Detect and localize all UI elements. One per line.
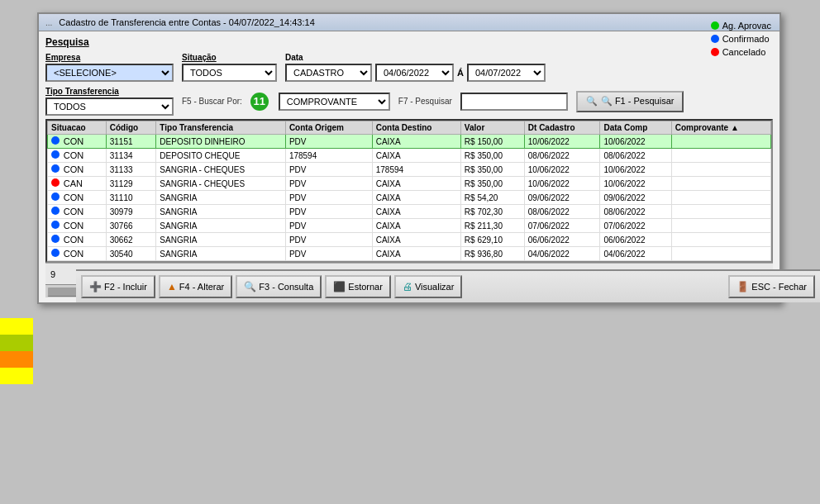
esc-fechar-button[interactable]: 🚪 ESC - Fechar: [728, 275, 815, 298]
content-area: Pesquisa Ag. Aprovac Confirmado Cancelad…: [39, 31, 779, 302]
f5-label: F5 - Buscar Por:: [182, 97, 242, 106]
tipo-select[interactable]: TODOS: [45, 97, 174, 116]
cell-data-comp: 08/06/2022: [600, 149, 671, 163]
f7-label: F7 - Pesquisar: [398, 97, 452, 106]
cell-origem: PDV: [285, 247, 372, 261]
cell-codigo: 30662: [106, 233, 156, 247]
cell-dt-cadastro: 06/06/2022: [524, 233, 600, 247]
cell-comprovante: [671, 135, 770, 149]
data-row: CADASTRO 04/06/2022 Á 04/07/2022: [285, 64, 546, 82]
cell-tipo: SANGRIA - CHEQUES: [156, 163, 286, 177]
cell-destino: CAIXA: [372, 247, 460, 261]
cell-destino: CAIXA: [372, 233, 460, 247]
bottom-toolbar: ➕ F2 - Incluir ▲ F4 - Alterar 🔍 F3 - Con…: [76, 269, 820, 302]
col-dt-cadastro: Dt Cadastro: [524, 121, 600, 135]
empresa-label: Empresa: [45, 53, 174, 62]
table-row[interactable]: CON 31133 SANGRIA - CHEQUES PDV 178594 R…: [48, 163, 771, 177]
table-row[interactable]: CON 31110 SANGRIA PDV CAIXA R$ 54,20 09/…: [48, 191, 771, 205]
title-bar: ... Cadastro de Transferencia entre Cont…: [39, 14, 779, 31]
f2-label: F2 - Incluir: [104, 282, 147, 292]
cell-valor: R$ 350,00: [460, 149, 524, 163]
visualizar-icon: 🖨: [403, 281, 412, 292]
status-dot: [51, 235, 60, 243]
cell-tipo: SANGRIA: [156, 219, 286, 233]
cell-dt-cadastro: 08/06/2022: [524, 149, 600, 163]
cell-dt-cadastro: 08/06/2022: [524, 205, 600, 219]
cell-tipo: SANGRIA - CHEQUES: [156, 177, 286, 191]
cell-dt-cadastro: 10/06/2022: [524, 135, 600, 149]
status-dot: [51, 136, 60, 145]
col-origem: Conta Origem: [285, 121, 372, 135]
data-type-select[interactable]: CADASTRO: [285, 64, 372, 82]
status-dot: [51, 207, 60, 215]
form-row-1: Empresa <SELECIONE> Situação TODOS Data …: [45, 53, 773, 82]
cell-valor: R$ 54,20: [460, 191, 524, 205]
scroll-thumb[interactable]: [47, 287, 80, 297]
tipo-group: Tipo Transferencia TODOS: [45, 87, 174, 116]
situacao-group: Situação TODOS: [182, 53, 277, 82]
cell-situacao: CON: [48, 205, 107, 219]
cell-data-comp: 10/06/2022: [600, 163, 671, 177]
cell-situacao: CON: [48, 149, 107, 163]
table-row[interactable]: CON 30540 SANGRIA PDV CAIXA R$ 936,80 04…: [48, 247, 771, 261]
col-situacao: Situacao: [48, 121, 107, 135]
table-row[interactable]: CON 30662 SANGRIA PDV CAIXA R$ 629,10 06…: [48, 233, 771, 247]
buscar-select[interactable]: COMPROVANTE: [279, 93, 390, 111]
data-label: Data: [285, 53, 546, 62]
empresa-select[interactable]: <SELECIONE>: [45, 64, 174, 82]
cell-codigo: 31151: [106, 135, 156, 149]
cell-comprovante: [671, 247, 770, 261]
cell-situacao: CON: [48, 233, 107, 247]
cell-data-comp: 10/06/2022: [600, 177, 671, 191]
status-label: CON: [64, 136, 83, 146]
form-row-2: Tipo Transferencia TODOS F5 - Buscar Por…: [45, 87, 773, 116]
f3-label: F3 - Consulta: [259, 282, 313, 292]
side-color-yellow2: [0, 368, 33, 384]
cell-codigo: 30540: [106, 247, 156, 261]
cell-codigo: 31133: [106, 163, 156, 177]
data-from-select[interactable]: 04/06/2022: [375, 64, 454, 82]
status-label: CON: [64, 249, 83, 259]
data-to-select[interactable]: 04/07/2022: [467, 64, 546, 82]
estornar-button[interactable]: ⬛ Estornar: [325, 275, 391, 298]
table-row[interactable]: CON 30766 SANGRIA PDV CAIXA R$ 211,30 07…: [48, 219, 771, 233]
situacao-label: Situação: [182, 53, 277, 62]
cell-valor: R$ 936,80: [460, 247, 524, 261]
status-dot: [51, 249, 60, 257]
cell-data-comp: 10/06/2022: [600, 135, 671, 149]
edit-icon: ▲: [167, 281, 177, 292]
window-title: Cadastro de Transferencia entre Contas -…: [59, 17, 314, 27]
cell-valor: R$ 629,10: [460, 233, 524, 247]
section-title: Pesquisa: [45, 36, 773, 48]
cell-tipo: SANGRIA: [156, 233, 286, 247]
legend-cancelado-label: Cancelado: [722, 45, 766, 59]
cell-codigo: 31134: [106, 149, 156, 163]
cell-comprovante: [671, 219, 770, 233]
table-row[interactable]: CON 31151 DEPOSITO DINHEIRO PDV CAIXA R$…: [48, 135, 771, 149]
table-row[interactable]: CON 30979 SANGRIA PDV CAIXA R$ 702,30 08…: [48, 205, 771, 219]
cell-dt-cadastro: 04/06/2022: [524, 247, 600, 261]
cell-origem: 178594: [285, 149, 372, 163]
legend-confirmado: Confirmado: [711, 32, 771, 45]
f2-incluir-button[interactable]: ➕ F2 - Incluir: [81, 275, 155, 298]
buscar-input[interactable]: [460, 93, 568, 111]
cell-dt-cadastro: 10/06/2022: [524, 177, 600, 191]
estornar-label: Estornar: [348, 282, 383, 292]
dot-blue: [711, 35, 719, 43]
table-row[interactable]: CAN 31129 SANGRIA - CHEQUES PDV CAIXA R$…: [48, 177, 771, 191]
dot-green: [711, 21, 719, 30]
status-dot: [51, 178, 60, 187]
cell-data-comp: 09/06/2022: [600, 191, 671, 205]
cell-origem: PDV: [285, 163, 372, 177]
f1-pesquisar-button[interactable]: 🔍 🔍 F1 - Pesquisar: [576, 91, 684, 112]
cell-origem: PDV: [285, 205, 372, 219]
cell-destino: CAIXA: [372, 177, 460, 191]
situacao-select[interactable]: TODOS: [182, 64, 277, 82]
f3-consulta-button[interactable]: 🔍 F3 - Consulta: [236, 275, 322, 298]
cell-origem: PDV: [285, 219, 372, 233]
cell-codigo: 30979: [106, 205, 156, 219]
table-row[interactable]: CON 31134 DEPOSITO CHEQUE 178594 CAIXA R…: [48, 149, 771, 163]
f4-alterar-button[interactable]: ▲ F4 - Alterar: [159, 275, 232, 298]
cell-situacao: CON: [48, 219, 107, 233]
visualizar-button[interactable]: 🖨 Visualizar: [394, 275, 463, 298]
